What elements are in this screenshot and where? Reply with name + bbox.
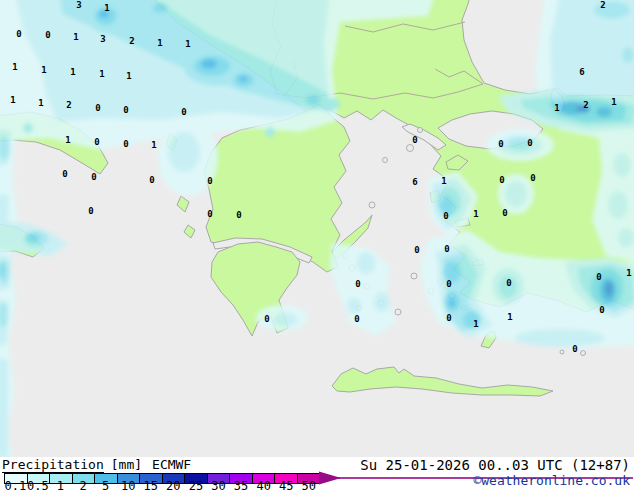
precip-value-marker: 0	[94, 137, 99, 147]
legend: Precipitation[mm]ECMWF 0.10.512510152025…	[0, 457, 634, 490]
precip-value-marker: 0	[530, 173, 535, 183]
precip-value-marker: 1	[10, 95, 15, 105]
precip-value-marker: 1	[12, 62, 17, 72]
precip-value-marker: 1	[554, 103, 559, 113]
precip-value-marker: 0	[596, 272, 601, 282]
weather-map-page: 3120013211111116112000121100100000006100…	[0, 0, 634, 490]
legend-scale-tick: 0.5	[27, 482, 50, 490]
precip-value-marker: 1	[185, 39, 190, 49]
precip-value-marker: 0	[45, 30, 50, 40]
precip-value-marker: 1	[104, 3, 109, 13]
legend-scale-tick: 40	[252, 482, 275, 490]
legend-scale-tick: 35	[230, 482, 253, 490]
precip-value-marker: 1	[73, 32, 78, 42]
legend-scale-tick: 50	[298, 482, 321, 490]
precip-value-marker: 2	[583, 100, 588, 110]
precip-value-marker: 0	[91, 172, 96, 182]
precip-value-marker: 1	[41, 65, 46, 75]
copyright-link[interactable]: ©weatheronline.co.uk	[473, 473, 630, 488]
precip-value-marker: 0	[264, 314, 269, 324]
precip-value-marker: 6	[579, 67, 584, 77]
precip-value-marker: 0	[354, 314, 359, 324]
legend-title-unit: [mm]	[111, 457, 142, 472]
precip-value-marker: 1	[157, 38, 162, 48]
scale-arrow-icon	[319, 472, 341, 485]
legend-title: Precipitation[mm]ECMWF	[2, 457, 191, 472]
precip-value-marker: 1	[473, 319, 478, 329]
precip-value-marker: 0	[446, 279, 451, 289]
precip-value-marker: 1	[126, 71, 131, 81]
precip-value-marker: 0	[236, 210, 241, 220]
precip-value-marker: 0	[572, 344, 577, 354]
legend-scale-tick: 0.1	[4, 482, 27, 490]
precip-value-marker: 0	[355, 279, 360, 289]
precip-value-marker: 0	[446, 313, 451, 323]
legend-scale-tick: 2	[72, 482, 95, 490]
precip-value-marker: 1	[626, 268, 631, 278]
precip-value-marker: 0	[444, 244, 449, 254]
precip-value-marker: 0	[499, 175, 504, 185]
precip-value-marker: 0	[414, 245, 419, 255]
precip-value-marker: 0	[498, 139, 503, 149]
precip-value-marker: 1	[38, 98, 43, 108]
legend-scale-tick: 25	[185, 482, 208, 490]
legend-scale-labels: 0.10.5125101520253035404550	[4, 482, 320, 490]
precip-value-marker: 1	[151, 140, 156, 150]
precip-value-marker: 0	[207, 209, 212, 219]
precip-value-marker: 0	[123, 105, 128, 115]
precip-value-marker: 1	[70, 67, 75, 77]
precip-value-marker: 0	[149, 175, 154, 185]
precip-value-marker: 0	[412, 135, 417, 145]
precip-value-marker: 2	[66, 100, 71, 110]
precip-value-marker: 1	[473, 209, 478, 219]
precip-value-marker: 1	[611, 97, 616, 107]
precip-value-marker: 0	[502, 208, 507, 218]
precip-value-marker: 0	[62, 169, 67, 179]
precip-value-marker: 0	[88, 206, 93, 216]
precip-value-marker: 0	[16, 29, 21, 39]
precip-value-marker: 0	[181, 107, 186, 117]
legend-title-model: ECMWF	[152, 457, 191, 472]
precip-value-marker: 6	[412, 177, 417, 187]
precipitation-map: 3120013211111116112000121100100000006100…	[0, 0, 634, 457]
precip-value-marker: 0	[207, 176, 212, 186]
precip-value-marker: 1	[65, 135, 70, 145]
legend-scale-tick: 30	[207, 482, 230, 490]
precip-value-marker: 1	[99, 69, 104, 79]
precip-value-marker: 0	[443, 211, 448, 221]
precip-value-marker: 3	[76, 0, 81, 10]
precip-value-marker: 0	[95, 103, 100, 113]
legend-scale-tick: 1	[49, 482, 72, 490]
precip-value-marker: 1	[507, 312, 512, 322]
legend-scale-tick: 20	[162, 482, 185, 490]
precip-value-marker: 0	[506, 278, 511, 288]
legend-scale-tick: 15	[139, 482, 162, 490]
legend-scale-tick: 10	[117, 482, 140, 490]
precip-value-marker: 2	[600, 0, 605, 10]
precip-value-marker: 0	[123, 139, 128, 149]
precip-value-marker: 1	[441, 176, 446, 186]
legend-scale-tick: 5	[94, 482, 117, 490]
precip-value-marker: 2	[129, 36, 134, 46]
precip-value-marker: 3	[100, 34, 105, 44]
valid-time-label: Su 25-01-2026 00..03 UTC (12+87)	[360, 457, 630, 473]
precip-value-marker: 0	[527, 138, 532, 148]
precip-value-marker: 0	[599, 305, 604, 315]
legend-scale-tick: 45	[275, 482, 298, 490]
